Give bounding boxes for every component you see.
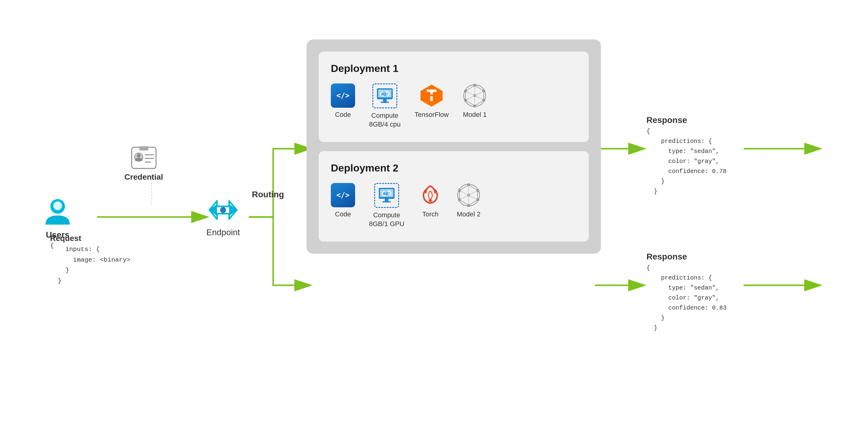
dep2-code-item: </> Code: [331, 183, 355, 218]
dep1-code-label: Code: [335, 111, 351, 119]
endpoint-icon: [208, 195, 238, 225]
dep1-compute-label: Compute8GB/4 cpu: [369, 112, 401, 129]
model2-icon: [457, 183, 481, 207]
dep2-code-icon: </>: [331, 183, 355, 207]
user-icon: [42, 194, 73, 228]
svg-rect-58: [382, 201, 391, 203]
request-title: Request: [50, 234, 130, 243]
dep1-model-item: Model 1: [463, 84, 487, 119]
response-2-title: Response: [646, 252, 726, 261]
svg-rect-12: [139, 146, 148, 151]
credential-label: Credential: [124, 173, 163, 182]
dep2-torch-label: Torch: [422, 210, 439, 218]
response-1-code: { predictions: { type: "sedan", color: "…: [646, 126, 726, 196]
response-2-code: { predictions: { type: "sedan", color: "…: [646, 263, 726, 333]
dep2-compute-label: Compute8GB/1 GPU: [369, 211, 404, 228]
deployment-2-items: </> Code az: [331, 183, 577, 228]
deployment-1-box: Deployment 1 </> Code: [319, 52, 589, 142]
diagram-container: Users Credential Request inputs: { image…: [0, 0, 868, 434]
svg-line-53: [466, 91, 475, 96]
dep2-model-label: Model 2: [457, 210, 480, 218]
svg-line-79: [469, 195, 478, 200]
users-section: Users: [42, 194, 73, 240]
svg-line-81: [460, 195, 469, 200]
dep1-code-item: </> Code: [331, 84, 355, 119]
svg-line-50: [475, 96, 484, 100]
dep1-tensorflow-item: TensorFlow: [414, 84, 448, 119]
dep2-model-item: Model 2: [457, 183, 481, 218]
svg-line-78: [469, 191, 478, 195]
svg-point-14: [137, 154, 141, 157]
svg-line-49: [475, 91, 484, 96]
endpoint-label: Endpoint: [206, 228, 240, 237]
dep2-torch-item: Torch: [418, 183, 442, 218]
tensorflow-icon: [420, 84, 444, 108]
deployment-1-items: </> Code az: [331, 84, 577, 129]
svg-rect-25: [383, 99, 386, 102]
torch-icon: [418, 183, 442, 207]
deployment-2-box: Deployment 2 </> Code az: [319, 151, 589, 242]
dep1-model-label: Model 1: [463, 111, 487, 119]
dep1-compute-icon: az: [372, 84, 397, 108]
dep1-compute-item: az Compute8GB/4 cpu: [369, 84, 401, 129]
svg-rect-26: [380, 102, 389, 103]
credential-icon: [130, 146, 157, 170]
dep2-compute-item: az Compute8GB/1 GPU: [369, 183, 404, 228]
svg-line-52: [466, 96, 475, 100]
svg-rect-57: [385, 199, 389, 201]
outer-deployment-box: Deployment 1 </> Code: [307, 39, 601, 254]
dep1-code-icon: </>: [331, 84, 355, 108]
svg-rect-33: [427, 94, 433, 96]
deployment-1-title: Deployment 1: [331, 63, 577, 74]
svg-line-82: [460, 191, 469, 195]
response-1-block: Response { predictions: { type: "sedan",…: [646, 115, 726, 196]
endpoint-section: Endpoint: [206, 195, 240, 237]
dep1-tensorflow-label: TensorFlow: [414, 111, 448, 119]
svg-point-62: [429, 199, 432, 202]
dep2-compute-icon: az: [374, 183, 399, 208]
request-code: inputs: { image: <binary> } }: [50, 244, 130, 286]
routing-label: Routing: [252, 190, 284, 199]
response-1-title: Response: [646, 115, 726, 125]
dep2-code-label: Code: [335, 210, 351, 218]
deployment-2-title: Deployment 2: [331, 162, 577, 174]
request-block: Request inputs: { image: <binary> } } {: [50, 234, 130, 286]
svg-point-19: [220, 207, 226, 213]
model1-icon: [463, 84, 487, 108]
credential-section: Credential: [124, 146, 163, 182]
response-2-block: Response { predictions: { type: "sedan",…: [646, 252, 726, 333]
svg-point-10: [54, 202, 62, 210]
